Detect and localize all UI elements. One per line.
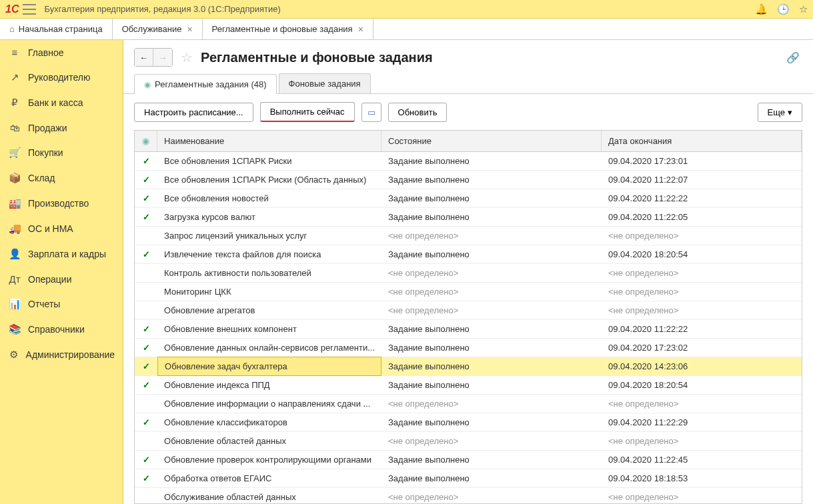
close-icon[interactable]: ×	[187, 24, 192, 35]
row-status-icon: ✓	[135, 320, 157, 338]
check-icon: ✓	[143, 156, 150, 166]
subtab-0[interactable]: ◉Регламентные задания (48)	[134, 74, 276, 94]
table-row[interactable]: ✓Все обновления 1СПАРК РискиЗадание выпо…	[135, 152, 802, 171]
table-row[interactable]: Обновление областей данных<не определено…	[135, 432, 802, 451]
table-row[interactable]: ✓Обновление проверок контролирующими орг…	[135, 451, 802, 469]
table-row[interactable]: ✓Все обновления 1СПАРК Риски (Область да…	[135, 171, 802, 189]
row-status-icon: ✓	[135, 171, 157, 189]
sidebar-icon: ≡	[8, 47, 21, 58]
sidebar-item-3[interactable]: 🛍Продажи	[0, 115, 123, 140]
sidebar-icon: ↗	[8, 71, 21, 83]
sidebar-item-12[interactable]: ⚙Администрирование	[0, 342, 123, 367]
table-row[interactable]: ✓Обновление задач бухгалтераЗадание выпо…	[135, 357, 802, 376]
row-name: Обновление индекса ППД	[157, 376, 381, 394]
sidebar-item-9[interactable]: ДтОперации	[0, 267, 123, 291]
table-row[interactable]: Мониторинг ЦКК<не определено><не определ…	[135, 283, 802, 301]
sidebar-item-2[interactable]: ₽Банк и касса	[0, 90, 123, 115]
sidebar-item-8[interactable]: 👤Зарплата и кадры	[0, 241, 123, 267]
sidebar: ≡Главное↗Руководителю₽Банк и касса🛍Прода…	[0, 40, 123, 504]
row-date: <не определено>	[602, 264, 802, 282]
bell-icon[interactable]: 🔔	[755, 3, 768, 15]
table-row[interactable]: ✓Загрузка курсов валютЗадание выполнено0…	[135, 208, 802, 227]
row-date: 09.04.2020 14:23:06	[602, 357, 802, 375]
column-date[interactable]: Дата окончания	[602, 131, 802, 151]
history-icon[interactable]: 🕒	[777, 3, 790, 15]
row-state: Задание выполнено	[381, 357, 602, 375]
page-header: ← → ☆ Регламентные и фоновые задания 🔗	[123, 40, 813, 73]
sidebar-item-label: Зарплата и кадры	[28, 249, 106, 259]
sidebar-icon: ₽	[8, 97, 21, 109]
table-row[interactable]: Обновление агрегатов<не определено><не о…	[135, 301, 802, 320]
sidebar-item-4[interactable]: 🛒Покупки	[0, 140, 123, 165]
sidebar-item-label: Покупки	[28, 147, 63, 158]
row-state: Задание выполнено	[381, 413, 602, 431]
configure-schedule-button[interactable]: Настроить расписание...	[134, 103, 253, 122]
sidebar-item-5[interactable]: 📦Склад	[0, 165, 123, 191]
row-name: Загрузка курсов валют	[157, 208, 381, 226]
sidebar-icon: 🏭	[8, 197, 21, 209]
row-status-icon: ✓	[135, 413, 157, 431]
table-row[interactable]: Обновление информации о направлениях сда…	[135, 395, 802, 413]
sidebar-item-0[interactable]: ≡Главное	[0, 40, 123, 65]
column-state[interactable]: Состояние	[381, 131, 602, 151]
home-icon: ⌂	[9, 24, 15, 34]
table-row[interactable]: ✓Извлечение текста файлов для поискаЗада…	[135, 245, 802, 264]
refresh-button[interactable]: Обновить	[388, 103, 448, 122]
row-status-icon: ✓	[135, 189, 157, 207]
sidebar-item-1[interactable]: ↗Руководителю	[0, 65, 123, 90]
tab-2[interactable]: Регламентные и фоновые задания×	[203, 19, 373, 39]
row-state: Задание выполнено	[381, 208, 602, 226]
table-row[interactable]: Запрос лицензий уникальных услуг<не опре…	[135, 227, 802, 245]
subtab-1[interactable]: Фоновые задания	[279, 73, 371, 93]
globe-icon: ◉	[144, 80, 151, 89]
table-row[interactable]: ✓Все обновления новостейЗадание выполнен…	[135, 189, 802, 208]
star-icon[interactable]: ☆	[799, 3, 808, 15]
row-status-icon: ✓	[135, 245, 157, 263]
id-card-button[interactable]: ▭	[361, 103, 381, 122]
table-row[interactable]: Обслуживание областей данных<не определе…	[135, 488, 802, 504]
column-name[interactable]: Наименование	[157, 131, 381, 151]
row-status-icon: ✓	[135, 451, 157, 469]
sidebar-item-label: Справочники	[28, 324, 85, 335]
sidebar-icon: 🚚	[8, 223, 21, 235]
sidebar-item-11[interactable]: 📚Справочники	[0, 317, 123, 342]
status-icon-header[interactable]: ◉	[135, 131, 157, 151]
menu-icon[interactable]	[23, 4, 36, 15]
row-date: 09.04.2020 11:22:22	[602, 189, 802, 207]
sidebar-item-7[interactable]: 🚚ОС и НМА	[0, 216, 123, 241]
row-status-icon	[135, 488, 157, 504]
tab-label: Начальная страница	[19, 24, 103, 34]
row-status-icon	[135, 395, 157, 413]
table-row[interactable]: ✓Обновление данных онлайн-сервисов регла…	[135, 339, 802, 357]
chevron-down-icon: ▾	[788, 107, 792, 117]
table-row[interactable]: Контроль активности пользователей<не опр…	[135, 264, 802, 283]
favorite-icon[interactable]: ☆	[181, 49, 193, 65]
row-status-icon: ✓	[135, 339, 157, 357]
tab-label: Обслуживание	[122, 24, 182, 34]
row-name: Обновление задач бухгалтера	[157, 357, 381, 376]
nav-buttons: ← →	[134, 48, 173, 67]
back-button[interactable]: ←	[135, 49, 153, 66]
close-icon[interactable]: ×	[358, 24, 363, 35]
check-icon: ✓	[143, 417, 150, 427]
forward-button[interactable]: →	[153, 49, 172, 66]
table-row[interactable]: ✓Обновление внешних компонентЗадание вып…	[135, 320, 802, 339]
tab-1[interactable]: Обслуживание×	[113, 19, 203, 39]
sidebar-icon: 🛍	[8, 122, 21, 133]
row-date: <не определено>	[602, 432, 802, 450]
sidebar-item-label: Руководителю	[28, 72, 90, 83]
sidebar-item-6[interactable]: 🏭Производство	[0, 191, 123, 216]
tab-0[interactable]: ⌂Начальная страница	[0, 19, 113, 39]
link-icon[interactable]: 🔗	[786, 51, 800, 64]
table-row[interactable]: ✓Обновление индекса ППДЗадание выполнено…	[135, 376, 802, 395]
row-state: Задание выполнено	[381, 376, 602, 394]
table-row[interactable]: ✓Обработка ответов ЕГАИСЗадание выполнен…	[135, 469, 802, 488]
more-button[interactable]: Еще▾	[758, 103, 802, 122]
sidebar-item-label: Администрирование	[26, 349, 115, 360]
row-state: <не определено>	[381, 432, 602, 450]
run-now-button[interactable]: Выполнить сейчас	[260, 102, 355, 122]
row-name: Обновление проверок контролирующими орга…	[157, 451, 381, 469]
row-date: <не определено>	[602, 301, 802, 319]
sidebar-item-10[interactable]: 📊Отчеты	[0, 291, 123, 317]
table-row[interactable]: ✓Обновление классификаторовЗадание выпол…	[135, 413, 802, 432]
